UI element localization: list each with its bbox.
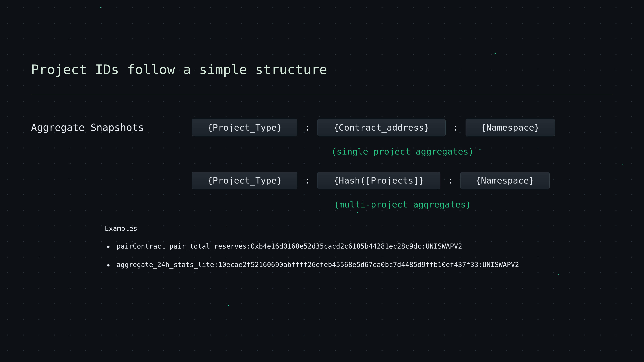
slide-content: Project IDs follow a simple structure Ag… [0,0,644,269]
chip-namespace: {Namespace} [466,119,555,136]
token-group-single: {Project_Type} : {Contract_address} : {N… [192,119,555,136]
structure-row-multi: {Project_Type} : {Hash([Projects]} : {Na… [31,172,613,189]
example-item: aggregate_24h_stats_lite:10ecae2f5216069… [105,261,613,269]
chip-project-type: {Project_Type} [192,172,297,189]
title-divider [31,94,613,94]
examples-heading: Examples [105,225,613,232]
token-group-multi: {Project_Type} : {Hash([Projects]} : {Na… [192,172,550,189]
multi-caption: (multi-project aggregates) [31,199,613,210]
chip-hash-projects: {Hash([Projects]} [317,172,440,189]
structure-row-single: Aggregate Snapshots {Project_Type} : {Co… [31,119,613,136]
chip-contract-address: {Contract_address} [317,119,446,136]
example-item: pairContract_pair_total_reserves:0xb4e16… [105,242,613,250]
separator: : [452,122,459,133]
separator: : [446,175,454,186]
single-caption: (single project aggregates) [31,146,613,157]
separator: : [304,175,311,186]
section-label: Aggregate Snapshots [31,122,192,133]
page-title: Project IDs follow a simple structure [31,62,613,77]
chip-namespace: {Namespace} [460,172,550,189]
chip-project-type: {Project_Type} [192,119,297,136]
examples-block: Examples pairContract_pair_total_reserve… [105,225,613,269]
examples-list: pairContract_pair_total_reserves:0xb4e16… [105,242,613,269]
separator: : [304,122,311,133]
